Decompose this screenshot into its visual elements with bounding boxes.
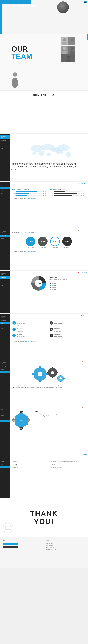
sidebar-case[interactable]: Case xyxy=(0,327,10,330)
pct-item-1: 75% Add text here xyxy=(26,236,35,248)
sidebar-demo[interactable]: Demo xyxy=(0,192,10,194)
sidebar-background[interactable]: Background xyxy=(0,187,10,189)
sidebar-navigation: CONTENTS/目录 Background Review Demo Case xyxy=(0,229,10,270)
charts-area: East Lake National Innovation 201 78（%） … xyxy=(11,188,86,197)
sidebar-contents[interactable]: CONTENTS/目录 xyxy=(0,183,10,187)
world-map-svg xyxy=(21,140,77,162)
sidebar-demo[interactable]: Demo xyxy=(0,240,10,242)
demo-desc-1: ↑ Text1 Add your text here, and you can … xyxy=(11,384,86,386)
review-num-3: 3 xyxy=(12,334,16,337)
sidebar-background[interactable]: Background xyxy=(0,276,10,278)
main-title: ADD YOUR TITLE HERE xyxy=(2,4,38,34)
sidebar-demo[interactable]: Demo xyxy=(0,282,10,284)
sidebar-review[interactable]: Review xyxy=(0,237,10,240)
sidebar-case[interactable]: Case xyxy=(0,147,10,150)
bar-fill xyxy=(16,195,27,196)
demo-desc-2: ↑ Text2 Add your text here, and you can … xyxy=(11,386,86,388)
svg-text:Text1: Text1 xyxy=(20,412,22,412)
sidebar-contents[interactable]: CONTENTS/目录 xyxy=(0,316,10,319)
sidebar-contents[interactable]: CONTENTS/目录 xyxy=(0,272,10,276)
sidebar-demo[interactable]: Demo xyxy=(0,325,10,327)
sidebar-contents[interactable]: CONTENTS/目录 xyxy=(0,408,10,411)
review-num-2: 2 xyxy=(12,328,16,331)
chart-note: ↑ Add your text here, and you can do wha… xyxy=(11,197,86,200)
footer-font-section: 文字 标题：体，加粗 文义：体商软雅黑 英文：正文为Arial 英文标题：Age… xyxy=(46,540,85,551)
sidebar-contents[interactable]: CONTENTS/目录 xyxy=(0,362,10,365)
review-text-5: add your textadd text here hereadd your … xyxy=(54,328,62,332)
case-right-title: Text3 xyxy=(33,411,86,412)
case-item-2-title: ✦ Text2 xyxy=(51,457,86,459)
sidebar-review[interactable]: Review xyxy=(0,279,10,281)
slide-background-map: CONTENTS/目录 Background Review Demo Case … xyxy=(0,134,88,181)
pct-label-2: Add text here xyxy=(40,247,46,248)
sidebar-navigation: CONTENTS/目录 Background Review Demo Case xyxy=(0,271,10,314)
svg-rect-66 xyxy=(63,378,64,379)
main-content-area: 🔖 Background xyxy=(10,134,88,181)
sidebar-background[interactable]: Background xyxy=(0,320,10,322)
sidebar-demo[interactable]: Demo xyxy=(0,145,10,147)
sidebar-demo[interactable]: Demo xyxy=(0,371,10,373)
svg-text:Text2: Text2 xyxy=(51,372,54,374)
photo-inner xyxy=(57,2,69,13)
svg-text:Text5: Text5 xyxy=(28,420,30,421)
svg-point-42 xyxy=(63,147,64,148)
sidebar-review[interactable]: Review xyxy=(0,322,10,324)
sidebar-review[interactable]: Review xyxy=(0,414,10,417)
pct-item-2: 50% Add text here xyxy=(38,236,48,248)
main-content-area: 🔖 Review 1 add your textadd text here he… xyxy=(10,314,88,360)
sidebar-case[interactable]: Case xyxy=(0,284,10,286)
slide-inner-layout: CONTENTS/目录 Background Review Demo Case … xyxy=(0,406,88,452)
main-content-area: 🔖 Background East Lake National Innovati… xyxy=(10,182,88,228)
pct-circle-70: 70% xyxy=(50,236,60,246)
svg-point-37 xyxy=(56,150,64,154)
slide-inner-layout: CONTENTS/目录 Background Review Demo Case … xyxy=(0,229,88,270)
svg-point-43 xyxy=(48,153,49,154)
slide-inner-layout: CONTENTS/目录 Background Review Demo Case … xyxy=(0,360,88,406)
sidebar-background[interactable]: Background xyxy=(0,458,10,460)
case-grid: ↑ Add your text here Add text, and you c… xyxy=(11,457,86,468)
sidebar-contents[interactable]: CONTENTS/目录 xyxy=(0,136,10,139)
sidebar-demo[interactable]: Demo xyxy=(0,417,10,419)
sidebar-background[interactable]: Background xyxy=(0,234,10,237)
svg-rect-2 xyxy=(84,2,86,3)
main-content-area: 🔖 Background ↑ Add your text here, and y… xyxy=(10,229,88,270)
slide-inner-layout: CONTENTS/目录 Background Review Demo Case … xyxy=(0,452,88,498)
slide-background-bars: CONTENTS/目录 Background Review Demo Case … xyxy=(0,182,88,228)
case-layout: Text2 Text1 Text4 Text3 Text5 xyxy=(11,411,86,430)
review-note: ↑ Add your text here, and you can do wha… xyxy=(11,340,86,342)
bar-fill xyxy=(16,191,37,192)
svg-line-10 xyxy=(4,80,7,83)
bar-fill xyxy=(54,191,65,192)
sidebar-case[interactable]: Case xyxy=(0,420,10,422)
section-tag: 🔖 Case xyxy=(82,408,87,409)
sidebar-review[interactable]: Review xyxy=(0,142,10,144)
sidebar-background[interactable]: Background xyxy=(0,366,10,368)
sidebar-case[interactable]: Case xyxy=(0,195,10,197)
sidebar-case[interactable]: Case xyxy=(0,374,10,376)
svg-point-38 xyxy=(66,152,71,158)
sidebar-navigation: CONTENTS/目录 Background Review Demo Case xyxy=(0,452,10,498)
sidebar-contents[interactable]: CONTENTS/目录 xyxy=(0,454,10,458)
main-content-area: 🔖 Demo Text1 xyxy=(10,360,88,406)
sidebar-case[interactable]: Case xyxy=(0,242,10,245)
pct-label-4: Add text here xyxy=(64,247,70,248)
section-tag: 🔖 Background xyxy=(78,183,87,184)
svg-text:Text3: Text3 xyxy=(59,378,62,379)
sidebar-demo[interactable]: Demo xyxy=(0,463,10,466)
pct-circle-75: 75% xyxy=(26,236,35,246)
bar-row-4: 201 40（%） xyxy=(50,191,85,192)
sidebar-contents[interactable]: CONTENTS/目录 xyxy=(0,230,10,234)
sidebar-review[interactable]: Review xyxy=(0,368,10,370)
svg-point-31 xyxy=(31,145,42,152)
svg-text:Text4: Text4 xyxy=(20,428,22,429)
gear-svg: Text1 Text2 xyxy=(28,364,69,384)
chart-group-1: East Lake National Innovation 201 78（%） … xyxy=(12,189,47,197)
slide-thank-you: THANK YOU! xyxy=(0,498,88,537)
sidebar-background[interactable]: Background xyxy=(0,412,10,414)
sidebar-review[interactable]: Review xyxy=(0,460,10,463)
sidebar-review[interactable]: Review xyxy=(0,190,10,192)
sidebar-case[interactable]: Case xyxy=(0,466,10,468)
sidebar-background[interactable]: Background xyxy=(0,139,10,142)
review-num-4: 4 xyxy=(50,321,53,324)
pct-item-3: 70% Add text here xyxy=(50,236,60,248)
